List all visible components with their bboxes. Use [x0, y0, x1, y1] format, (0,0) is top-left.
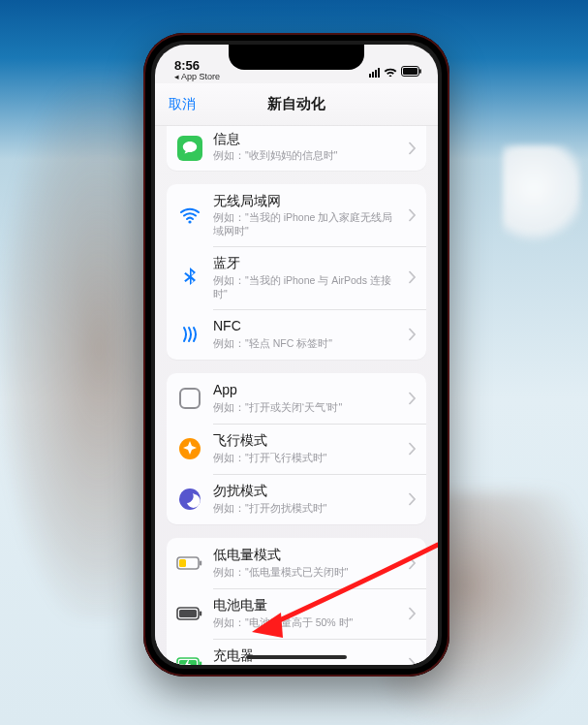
app-icon [176, 385, 203, 412]
message-icon [176, 135, 203, 162]
row-label: App [213, 381, 399, 398]
chevron-right-icon [409, 442, 417, 455]
svg-rect-2 [419, 69, 421, 73]
row-sub: 例如："收到妈妈的信息时" [213, 149, 399, 163]
row-label: 无线局域网 [213, 192, 399, 209]
chevron-right-icon [409, 209, 417, 222]
row-label: 蓝牙 [213, 254, 399, 271]
trigger-row-message[interactable]: 信息 例如："收到妈妈的信息时" [167, 126, 426, 171]
row-sub: 例如："低电量模式已关闭时" [213, 566, 399, 580]
cellular-signal-icon [369, 68, 380, 78]
status-back-to-app[interactable]: ◂ App Store [174, 73, 220, 81]
row-label: 信息 [213, 130, 399, 147]
notch [229, 45, 364, 70]
svg-rect-10 [200, 560, 201, 565]
row-sub: 例如："当我的 iPhone 与 AirPods 连接时" [213, 274, 399, 301]
wifi-status-icon [384, 65, 397, 79]
automation-list-scroll[interactable]: 信息 例如："收到妈妈的信息时" 无线局域网 例如："当我的 iPhone 加入… [155, 126, 438, 665]
chevron-right-icon [409, 328, 417, 340]
svg-point-4 [188, 221, 191, 224]
airplane-icon [176, 435, 203, 462]
row-label: NFC [213, 317, 399, 334]
trigger-row-bluetooth[interactable]: 蓝牙 例如："当我的 iPhone 与 AirPods 连接时" [167, 246, 426, 308]
bluetooth-icon [176, 264, 203, 291]
trigger-row-lowpower[interactable]: 低电量模式 例如："低电量模式已关闭时" [167, 538, 426, 588]
row-label: 低电量模式 [213, 546, 399, 563]
trigger-row-app[interactable]: App 例如："打开或关闭‘天气’时" [167, 373, 426, 424]
trigger-row-charger[interactable]: 充电器 例如："iPhone 接入电源时" [167, 639, 426, 665]
chevron-right-icon [409, 657, 417, 665]
chevron-right-icon [409, 142, 417, 155]
svg-rect-16 [200, 661, 201, 665]
screen: 8:56 ◂ App Store 取消 新自动化 [155, 45, 438, 665]
chevron-right-icon [409, 556, 417, 569]
svg-rect-13 [200, 611, 201, 615]
row-label: 电池电量 [213, 596, 399, 614]
page-title: 新自动化 [267, 95, 325, 113]
chevron-right-icon [409, 492, 417, 505]
svg-rect-9 [179, 559, 186, 567]
nav-bar: 取消 新自动化 [155, 83, 438, 126]
trigger-row-nfc[interactable]: NFC 例如："轻点 NFC 标签时" [167, 309, 426, 360]
chevron-right-icon [409, 271, 417, 284]
trigger-group-connectivity: 无线局域网 例如："当我的 iPhone 加入家庭无线局域网时" 蓝牙 例如："… [167, 184, 426, 359]
trigger-group-power: 低电量模式 例如："低电量模式已关闭时" 电池电量 例如："电池电量高于 50%… [167, 538, 426, 665]
row-sub: 例如："打开飞行模式时" [213, 452, 399, 465]
trigger-row-dnd[interactable]: 勿扰模式 例如："打开勿扰模式时" [167, 474, 426, 524]
chevron-right-icon [409, 392, 417, 404]
nfc-icon [176, 321, 203, 348]
row-sub: 例如："打开勿扰模式时" [213, 502, 399, 516]
home-indicator[interactable] [246, 655, 347, 659]
battery-status-icon [401, 65, 422, 79]
wifi-icon [176, 202, 203, 229]
dnd-moon-icon [176, 486, 203, 513]
status-time: 8:56 [174, 59, 220, 72]
chevron-right-icon [409, 607, 417, 619]
cancel-button[interactable]: 取消 [169, 96, 196, 113]
trigger-group-communication: 信息 例如："收到妈妈的信息时" [167, 126, 426, 171]
row-sub: 例如："电池电量高于 50% 时" [213, 616, 399, 630]
trigger-group-apps-modes: App 例如："打开或关闭‘天气’时" 飞行模式 例如："打开飞行模式时" [167, 373, 426, 524]
battery-level-icon [176, 600, 203, 627]
trigger-row-airplane[interactable]: 飞行模式 例如："打开飞行模式时" [167, 424, 426, 474]
trigger-row-wifi[interactable]: 无线局域网 例如："当我的 iPhone 加入家庭无线局域网时" [167, 184, 426, 246]
low-power-icon [176, 550, 203, 577]
row-sub: 例如："打开或关闭‘天气’时" [213, 401, 399, 415]
trigger-row-battery[interactable]: 电池电量 例如："电池电量高于 50% 时" [167, 588, 426, 639]
svg-rect-12 [179, 610, 197, 617]
row-label: 勿扰模式 [213, 482, 399, 499]
charger-icon [176, 650, 203, 665]
phone-frame: 8:56 ◂ App Store 取消 新自动化 [143, 33, 449, 677]
row-sub: 例如："当我的 iPhone 加入家庭无线局域网时" [213, 211, 399, 238]
svg-rect-5 [180, 389, 200, 408]
row-sub: 例如："轻点 NFC 标签时" [213, 337, 399, 351]
svg-rect-1 [403, 68, 418, 75]
row-label: 飞行模式 [213, 431, 399, 449]
